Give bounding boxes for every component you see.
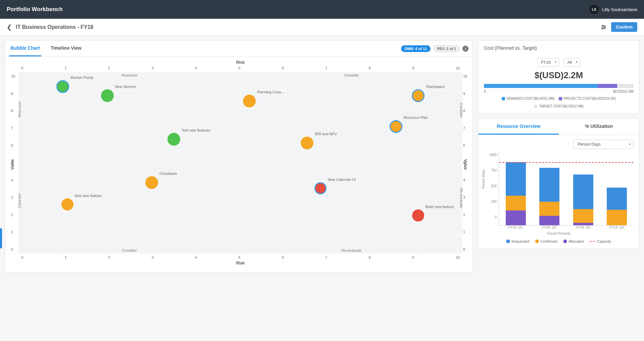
bubble-point[interactable] — [145, 176, 158, 189]
x-ticks-bottom: 012345678910 — [18, 255, 462, 259]
legend-confirmed: Confirmed — [535, 239, 557, 243]
cost-panel-title: Cost (Planned vs. Target) — [479, 41, 639, 55]
bubble-label: Test new features — [182, 128, 210, 132]
capacity-line — [499, 162, 634, 163]
bubble-label: Planning Cons... — [257, 90, 284, 94]
side-label-tr: Consider — [459, 103, 463, 117]
side-handle[interactable] — [0, 228, 2, 248]
avatar: LS — [589, 5, 599, 14]
bubble-point[interactable] — [412, 89, 425, 102]
app-title: Portfolio Workbench — [7, 6, 63, 13]
tab-bubble-chart[interactable]: Bubble Chart — [9, 41, 41, 56]
bubble-point[interactable] — [390, 120, 402, 133]
bubble-label: Worker Portal — [70, 76, 93, 80]
bubble-label: IRR and NPV — [315, 132, 337, 136]
svg-point-3 — [604, 27, 605, 28]
bar-x-axis-label: Fiscal Periods — [484, 231, 634, 235]
prj-badge[interactable]: PRJ: 2 of 1 — [433, 45, 460, 52]
x-ticks-top: 012345678910 — [18, 66, 462, 70]
subbar: ❮ IT Business Operations - FY18 Confirm — [0, 19, 644, 36]
bubble-chart: Risk 012345678910 Value Value 1098765432… — [5, 57, 473, 272]
back-chevron-icon[interactable]: ❮ — [7, 23, 12, 31]
tab-resource-overview[interactable]: Resource Overview — [479, 119, 559, 135]
bubble-point[interactable] — [301, 137, 313, 149]
plot-area[interactable]: Resource Consider Consider Re-evaluate R… — [18, 72, 462, 253]
bubble-label: Teamspace — [426, 85, 445, 89]
settings-icon[interactable] — [600, 24, 607, 31]
info-icon[interactable]: i — [462, 46, 468, 52]
bubble-label: Cloudware — [159, 172, 177, 176]
cost-total: $(USD)2.2M — [484, 70, 634, 81]
svg-point-5 — [602, 28, 603, 29]
legend-projects: PROJECTS COST($(USD)323.3K) — [559, 97, 616, 100]
legend-target: TARGET COST($(USD)2.5M) — [534, 104, 583, 108]
bar-x-ticks: FY18: Q1FY18: Q2FY18: Q3FY18: Q4 — [499, 226, 634, 229]
y-ticks-left: 109876543210 — [11, 74, 18, 251]
quadrant-label-bl: Consider — [122, 248, 137, 252]
quadrant-label-tr: Consider — [344, 73, 359, 77]
bar-y-ticks: 10007505002500 — [484, 152, 499, 226]
cost-axis-min: 0 — [484, 89, 486, 93]
side-label-bl: Consider — [17, 193, 21, 208]
breadcrumb: IT Business Operations - FY18 — [16, 24, 93, 30]
all-select[interactable]: All — [564, 58, 580, 67]
bubble-point[interactable] — [243, 95, 256, 107]
tab-utilization[interactable]: % Utilization — [559, 119, 639, 135]
user-menu[interactable]: LS Lilly Souksamlane — [589, 5, 637, 14]
bubble-chart-panel: Bubble Chart Timeline View DMN: 4 of 11 … — [5, 40, 473, 273]
y-ticks-right: 109876543210 — [463, 74, 470, 251]
resource-panel: Resource Overview % Utilization Person D… — [478, 118, 639, 249]
legend-allocated: Allocated — [563, 239, 584, 243]
fy-select[interactable]: FY18 — [537, 58, 559, 67]
topbar: Portfolio Workbench LS Lilly Souksamlane — [0, 0, 644, 19]
bubble-point[interactable] — [412, 209, 424, 222]
side-label-tl: Resource — [17, 102, 21, 117]
bubble-point[interactable] — [101, 89, 114, 102]
legend-requested: Requested — [506, 239, 529, 243]
user-name: Lilly Souksamlane — [602, 7, 637, 12]
side-label-br: Re-evaluate — [459, 188, 463, 208]
quadrant-label-tl: Resource — [121, 73, 137, 77]
bubble-label: New Servers — [115, 85, 136, 89]
cost-bar — [484, 84, 634, 88]
bubble-point[interactable] — [167, 133, 180, 146]
bubble-point[interactable] — [56, 80, 69, 93]
quadrant-label-br: Re-evaluate — [342, 248, 361, 252]
svg-point-1 — [602, 25, 603, 26]
bubble-label: Build new feature — [426, 205, 454, 209]
bubble-point[interactable] — [61, 198, 73, 210]
tab-timeline-view[interactable]: Timeline View — [49, 41, 83, 56]
bubble-point[interactable] — [314, 182, 327, 194]
bubble-label: New Calendar UI — [328, 178, 356, 182]
confirm-button[interactable]: Confirm — [611, 22, 637, 32]
cost-panel: Cost (Planned vs. Target) FY18 All $(USD… — [478, 40, 639, 114]
legend-capacity: Capacity — [590, 239, 611, 243]
bubble-label: Resource Plan — [404, 115, 428, 119]
x-axis-label-top: Risk — [18, 60, 462, 65]
bubble-label: Add new feature — [75, 194, 102, 198]
x-axis-label-bottom: Risk — [18, 261, 462, 265]
cost-axis-max: $(USD)2.5M — [613, 89, 634, 93]
bar-plot — [499, 152, 634, 226]
unit-select[interactable]: Person Days — [573, 140, 634, 149]
legend-demands: DEMANDS COST($(USD)1.9M) — [502, 97, 555, 100]
dmn-badge[interactable]: DMN: 4 of 11 — [401, 45, 431, 52]
